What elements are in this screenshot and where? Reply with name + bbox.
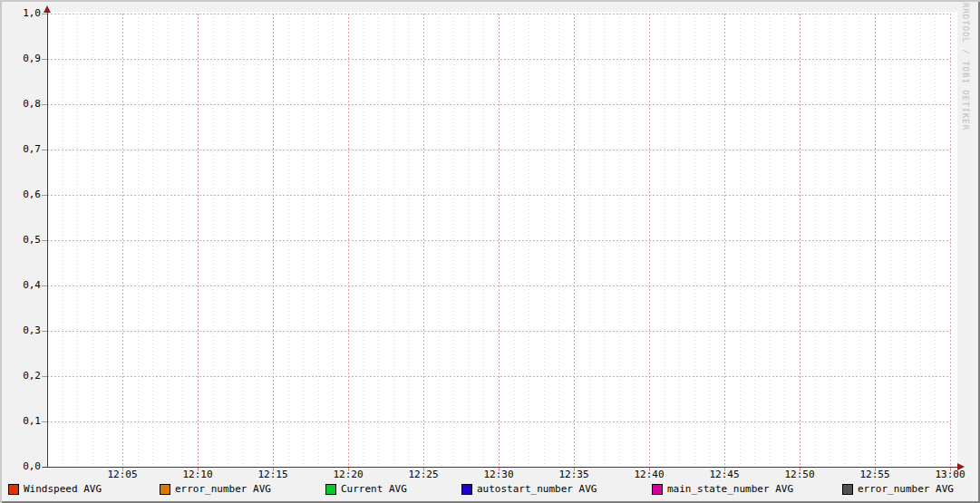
x-minor-gridline — [107, 14, 108, 467]
x-gridline — [198, 14, 199, 467]
x-minor-gridline — [228, 14, 228, 467]
y-tick-label: 0,7 — [0, 144, 41, 155]
legend-swatch-icon — [652, 484, 663, 495]
y-tick-label: 0,9 — [0, 53, 41, 64]
x-minor-gridline — [905, 14, 906, 467]
x-minor-gridline — [288, 14, 289, 467]
x-minor-gridline — [634, 14, 635, 467]
legend-label: Current AVG — [341, 483, 407, 496]
x-minor-gridline — [558, 14, 559, 467]
x-tick-label: 12:40 — [634, 469, 664, 480]
x-minor-gridline — [243, 14, 244, 467]
legend-swatch-icon — [461, 484, 472, 495]
y-tick-label: 0,4 — [0, 280, 41, 291]
x-tick-label: 12:55 — [859, 469, 889, 480]
x-tick-label: 12:35 — [558, 469, 588, 480]
legend-item: Current AVG — [325, 482, 407, 496]
x-minor-gridline — [257, 14, 258, 467]
x-minor-gridline — [333, 14, 334, 467]
x-minor-gridline — [483, 14, 484, 467]
y-tick-label: 1,0 — [0, 8, 41, 19]
x-minor-gridline — [694, 14, 695, 467]
x-gridline — [122, 14, 123, 467]
legend-swatch-icon — [160, 484, 170, 495]
x-minor-gridline — [514, 14, 515, 467]
x-gridline — [875, 14, 876, 467]
x-minor-gridline — [709, 14, 710, 467]
x-minor-gridline — [845, 14, 846, 467]
x-minor-gridline — [784, 14, 785, 467]
y-axis-line — [47, 9, 48, 468]
x-gridline — [499, 14, 500, 467]
x-minor-gridline — [439, 14, 440, 467]
legend-item: Windspeed AVG — [8, 482, 102, 496]
legend-label: autostart_number AVG — [477, 483, 597, 496]
x-minor-gridline — [408, 14, 409, 467]
legend-item: autostart_number AVG — [461, 482, 597, 496]
legend-swatch-icon — [842, 484, 853, 495]
x-minor-gridline — [544, 14, 545, 467]
x-minor-gridline — [364, 14, 364, 467]
x-tick-label: 12:30 — [483, 469, 513, 480]
x-tick-label: 12:25 — [408, 469, 438, 480]
x-tick-label: 12:45 — [709, 469, 739, 480]
x-minor-gridline — [469, 14, 470, 467]
x-minor-gridline — [589, 14, 590, 467]
x-gridline — [950, 14, 951, 467]
x-gridline — [423, 14, 424, 467]
y-tick-label: 0,1 — [0, 416, 41, 427]
y-tick-label: 0,5 — [0, 235, 41, 246]
x-minor-gridline — [63, 14, 63, 467]
legend-swatch-icon — [325, 484, 336, 495]
x-minor-gridline — [830, 14, 830, 467]
legend-label: Windspeed AVG — [24, 483, 102, 496]
x-minor-gridline — [138, 14, 139, 467]
x-minor-gridline — [303, 14, 304, 467]
x-minor-gridline — [619, 14, 620, 467]
x-minor-gridline — [740, 14, 741, 467]
x-minor-gridline — [679, 14, 680, 467]
x-minor-gridline — [935, 14, 936, 467]
x-minor-gridline — [859, 14, 860, 467]
y-axis-arrow-icon — [44, 5, 51, 13]
x-minor-gridline — [920, 14, 921, 467]
x-tick-label: 12:15 — [257, 469, 287, 480]
y-tick-label: 0,3 — [0, 325, 41, 336]
x-minor-gridline — [529, 14, 529, 467]
x-gridline — [724, 14, 725, 467]
y-tick-label: 0,2 — [0, 371, 41, 382]
x-gridline — [649, 14, 650, 467]
x-gridline — [800, 14, 800, 467]
legend-item: error_number AVG — [160, 482, 271, 496]
x-minor-gridline — [77, 14, 78, 467]
x-tick-label: 13:00 — [935, 469, 965, 480]
y-tick-label: 0,0 — [0, 461, 41, 472]
x-minor-gridline — [604, 14, 605, 467]
rrdtool-graph: 0,00,10,20,30,40,50,60,70,80,91,012:0512… — [0, 0, 980, 503]
x-minor-gridline — [393, 14, 394, 467]
legend-item: main_state_number AVG — [652, 482, 793, 496]
x-minor-gridline — [318, 14, 319, 467]
x-gridline — [273, 14, 274, 467]
x-minor-gridline — [665, 14, 665, 467]
x-gridline — [574, 14, 575, 467]
x-gridline — [348, 14, 349, 467]
legend-item: error_number AVG — [842, 482, 954, 496]
y-tick-label: 0,6 — [0, 189, 41, 200]
x-minor-gridline — [168, 14, 169, 467]
legend-label: error_number AVG — [858, 483, 954, 496]
x-minor-gridline — [182, 14, 183, 467]
x-minor-gridline — [378, 14, 379, 467]
x-tick-label: 12:20 — [333, 469, 363, 480]
x-minor-gridline — [213, 14, 214, 467]
x-minor-gridline — [890, 14, 891, 467]
legend-swatch-icon — [8, 484, 19, 495]
legend-label: error_number AVG — [175, 483, 271, 496]
x-minor-gridline — [152, 14, 153, 467]
rrdtool-watermark: RRDTOOL / TOBI OETIKER — [961, 3, 970, 131]
plot-area — [47, 12, 957, 467]
x-tick-label: 12:05 — [107, 469, 137, 480]
legend-label: main_state_number AVG — [667, 483, 793, 496]
x-minor-gridline — [770, 14, 771, 467]
x-minor-gridline — [92, 14, 93, 467]
